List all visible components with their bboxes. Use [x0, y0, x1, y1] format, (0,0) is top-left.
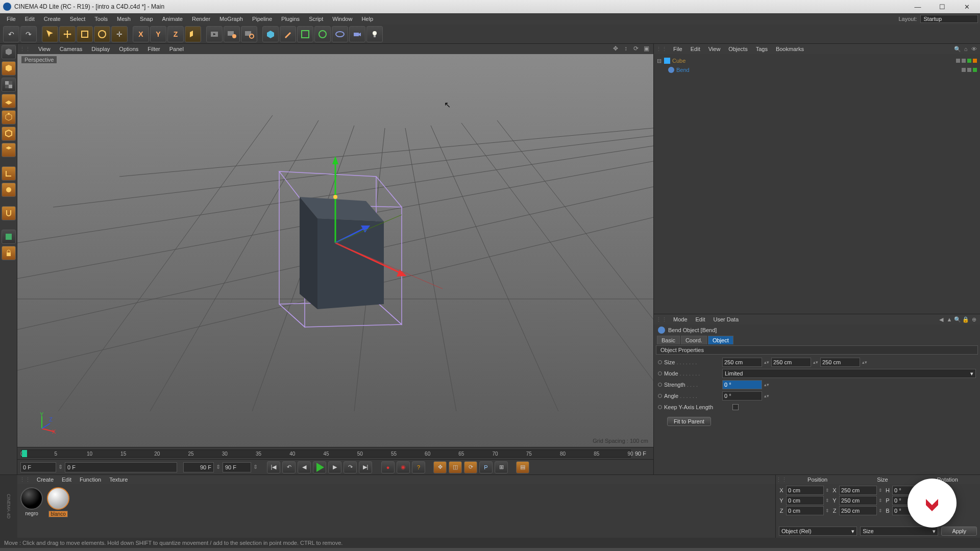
goto-end-button[interactable]: ▶| [359, 461, 372, 473]
material-label[interactable]: blanco [48, 511, 67, 517]
lock-icon[interactable]: 🔒 [962, 316, 970, 323]
size-z-field[interactable]: 250 cm [839, 506, 877, 515]
prop-bullet[interactable] [658, 383, 662, 387]
tree-label[interactable]: Cube [672, 58, 685, 64]
mat-menu-function[interactable]: Function [76, 477, 105, 483]
size-x-field[interactable]: 250 cm [839, 486, 877, 495]
vp-menu-filter[interactable]: Filter [143, 46, 164, 52]
prop-bullet[interactable] [658, 360, 662, 364]
viewport[interactable]: Perspective [17, 54, 653, 447]
workplane-button[interactable] [2, 94, 16, 108]
coord-scale-select[interactable]: Size▾ [860, 527, 938, 536]
step-fwd-button[interactable]: ▶ [328, 461, 341, 473]
menu-tools[interactable]: Tools [90, 13, 112, 24]
polys-mode-button[interactable] [2, 143, 16, 157]
size-z-field[interactable]: 250 cm [820, 358, 860, 367]
menu-render[interactable]: Render [187, 13, 215, 24]
size-y-field[interactable]: 250 cm [771, 358, 811, 367]
minimize-button[interactable]: — [908, 2, 928, 12]
menu-snap[interactable]: Snap [135, 13, 158, 24]
pos-x-field[interactable]: 0 cm [786, 486, 824, 495]
menu-create[interactable]: Create [39, 13, 65, 24]
key-scale-button[interactable]: ◫ [449, 461, 462, 473]
place-tool[interactable]: ✛ [111, 26, 128, 42]
key-rot-button[interactable]: ⟳ [464, 461, 477, 473]
current-frame-field[interactable] [20, 462, 56, 472]
obj-menu-view[interactable]: View [704, 46, 725, 52]
timeline-ruler[interactable]: 051015202530354045505560657075808590 [21, 449, 631, 458]
vp-menu-options[interactable]: Options [114, 46, 143, 52]
pos-z-field[interactable]: 0 cm [786, 506, 824, 515]
goto-start-button[interactable]: |◀ [267, 461, 280, 473]
tree-row-bend[interactable]: Bend [657, 65, 977, 74]
menu-pipeline[interactable]: Pipeline [248, 13, 277, 24]
prop-bullet[interactable] [658, 371, 662, 375]
mat-menu-create[interactable]: Create [33, 477, 58, 483]
scale-tool[interactable] [77, 26, 93, 42]
size-x-field[interactable]: 250 cm [722, 358, 762, 367]
grip-icon[interactable]: ⋮⋮ [776, 477, 785, 483]
coord-system-button[interactable] [185, 26, 201, 42]
tab-coord[interactable]: Coord. [681, 336, 707, 344]
render-region-button[interactable] [224, 26, 240, 42]
range-end-field[interactable] [183, 462, 214, 472]
prev-key-button[interactable]: ↶ [282, 461, 296, 473]
material-label[interactable]: negro [23, 511, 40, 516]
new-icon[interactable]: ⊕ [970, 316, 978, 323]
edges-mode-button[interactable] [2, 127, 16, 141]
key-pla-button[interactable]: ⊞ [495, 461, 508, 473]
apply-button[interactable]: Apply [941, 527, 977, 536]
attr-menu-userdata[interactable]: User Data [709, 316, 743, 322]
home-icon[interactable]: ⌂ [962, 46, 970, 52]
select-tool[interactable] [42, 26, 58, 42]
light-button[interactable] [366, 26, 383, 42]
render-view-button[interactable] [206, 26, 223, 42]
timeline-open-button[interactable]: ▤ [516, 461, 529, 473]
axis-y-button[interactable]: Y [150, 26, 166, 42]
axis-button[interactable] [2, 166, 16, 181]
back-icon[interactable]: ◀ [937, 316, 945, 323]
grip-icon[interactable]: ⋮⋮ [19, 46, 31, 53]
prop-bullet[interactable] [658, 394, 662, 398]
texture-mode-button[interactable] [2, 78, 16, 92]
up-icon[interactable]: ▲ [945, 316, 953, 322]
range-start-field[interactable] [65, 462, 177, 472]
redo-button[interactable]: ↷ [20, 26, 37, 42]
mat-menu-texture[interactable]: Texture [105, 477, 132, 483]
key-options-button[interactable]: ? [412, 461, 425, 473]
model-mode-button[interactable] [2, 45, 16, 59]
layout-select[interactable]: Startup [920, 15, 978, 23]
tab-basic[interactable]: Basic [657, 336, 680, 344]
tab-object[interactable]: Object [708, 336, 733, 344]
material-preview[interactable] [20, 487, 43, 510]
obj-menu-file[interactable]: File [669, 46, 687, 52]
axis-x-button[interactable]: X [133, 26, 149, 42]
mode-select[interactable]: Limited▾ [722, 369, 976, 378]
spline-pen-button[interactable] [280, 26, 296, 42]
frame-field[interactable] [223, 462, 251, 472]
tweak-button[interactable] [2, 183, 16, 197]
menu-edit[interactable]: Edit [20, 13, 39, 24]
menu-script[interactable]: Script [304, 13, 328, 24]
object-tree[interactable]: ⊟ Cube Bend [654, 54, 980, 314]
axis-z-button[interactable]: Z [167, 26, 184, 42]
move-tool[interactable] [59, 26, 76, 42]
vp-dolly-icon[interactable]: ↕ [622, 45, 630, 53]
grip-icon[interactable]: ⋮⋮ [656, 46, 667, 53]
obj-menu-edit[interactable]: Edit [687, 46, 704, 52]
primitive-cube-button[interactable] [262, 26, 279, 42]
vp-pan-icon[interactable]: ✥ [611, 45, 620, 53]
expand-icon[interactable]: ⊟ [657, 58, 662, 64]
menu-mesh[interactable]: Mesh [112, 13, 135, 24]
eye-icon[interactable]: 👁 [970, 46, 978, 52]
attr-menu-edit[interactable]: Edit [692, 316, 709, 322]
key-pos-button[interactable]: ✥ [433, 461, 447, 473]
camera-button[interactable] [349, 26, 365, 42]
menu-plugins[interactable]: Plugins [277, 13, 304, 24]
record-button[interactable]: ● [381, 461, 395, 473]
deformer-button[interactable] [314, 26, 331, 42]
tree-row-cube[interactable]: ⊟ Cube [657, 56, 977, 65]
viewport-solo-button[interactable] [2, 230, 16, 244]
vp-menu-cameras[interactable]: Cameras [55, 46, 87, 52]
obj-menu-tags[interactable]: Tags [752, 46, 772, 52]
